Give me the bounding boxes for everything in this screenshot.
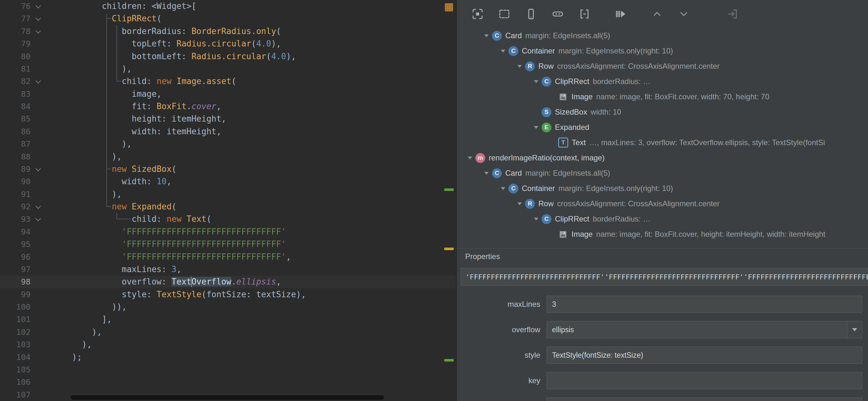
code-line[interactable]: 87 ), [0, 138, 456, 150]
tree-row-text[interactable]: TText…, maxLines: 3, overflow: TextOverf… [457, 135, 868, 150]
line-number[interactable]: 81 [0, 63, 31, 75]
tree-row-card[interactable]: CCardmargin: EdgeInsets.all(5) [457, 28, 868, 43]
line-number[interactable]: 94 [0, 226, 31, 238]
expand-arrow-icon[interactable] [531, 80, 541, 83]
source-range-button[interactable] [575, 5, 594, 23]
line-number[interactable]: 104 [0, 351, 31, 364]
code-line[interactable]: 100 )), [0, 301, 456, 313]
partial-input[interactable] [547, 398, 862, 401]
code-line[interactable]: 79 topLeft: Radius.circular(4.0), [0, 37, 456, 50]
tree-row-sizedbox[interactable]: SSizedBoxwidth: 10 [457, 104, 868, 120]
line-number[interactable]: 76 [0, 0, 31, 12]
line-number[interactable]: 79 [0, 37, 31, 50]
stripe-mark[interactable] [444, 248, 454, 250]
tree-row-container[interactable]: CContainermargin: EdgeInsets.only(right:… [457, 181, 868, 196]
line-number[interactable]: 105 [0, 364, 31, 376]
code-line[interactable]: 104); [0, 351, 456, 364]
line-number[interactable]: 88 [0, 151, 31, 163]
code-line[interactable]: 95 'FFFFFFFFFFFFFFFFFFFFFFFFFFFFFFF' [0, 238, 456, 250]
line-number[interactable]: 83 [0, 88, 31, 100]
slow-animations-button[interactable] [549, 5, 567, 23]
tree-row-expanded[interactable]: EExpanded [457, 120, 868, 135]
tree-row-cliprrect[interactable]: CClipRRectborderRadius: … [457, 74, 868, 89]
code-line[interactable]: 78 borderRadius: BorderRadius.only( [0, 25, 456, 37]
code-line[interactable]: 103 ), [0, 338, 456, 351]
line-number[interactable]: 95 [0, 238, 31, 250]
phone-button[interactable] [522, 5, 540, 23]
code-line[interactable]: 91 ), [0, 188, 456, 201]
tree-row-cliprrect[interactable]: CClipRRectborderRadius: … [457, 211, 868, 226]
fold-chevron-icon[interactable] [31, 12, 72, 25]
line-number[interactable]: 90 [0, 175, 31, 188]
expand-arrow-icon[interactable] [514, 203, 525, 205]
expand-arrow-icon[interactable] [514, 65, 525, 68]
line-number[interactable]: 87 [0, 138, 31, 150]
line-number[interactable]: 96 [0, 251, 31, 263]
code-line[interactable]: 85 height: itemHeight, [0, 113, 456, 125]
line-number[interactable]: 89 [0, 163, 31, 175]
expand-arrow-icon[interactable] [498, 50, 508, 53]
code-line[interactable]: 92 new Expanded( [0, 201, 456, 213]
code-line[interactable]: 83 image, [0, 88, 456, 100]
expand-arrow-icon[interactable] [465, 157, 475, 159]
stripe-mark[interactable] [444, 188, 454, 191]
tree-row-image[interactable]: Imagename: image, fit: BoxFit.cover, wid… [457, 89, 868, 104]
line-number[interactable]: 99 [0, 288, 31, 301]
fold-chevron-icon[interactable] [31, 75, 72, 88]
performance-overlay-button[interactable] [612, 5, 630, 23]
expand-arrow-icon[interactable] [481, 34, 492, 37]
tree-row-row[interactable]: RRowcrossAxisAlignment: CrossAxisAlignme… [457, 196, 868, 211]
fold-chevron-icon[interactable] [31, 163, 72, 175]
line-number[interactable]: 80 [0, 50, 31, 63]
line-number[interactable]: 97 [0, 263, 31, 276]
code-line[interactable]: 93 child: new Text( [0, 213, 456, 225]
code-line[interactable]: 84 fit: BoxFit.cover, [0, 100, 456, 113]
code-line[interactable]: 105 [0, 364, 456, 376]
code-line[interactable]: 89 new SizedBox( [0, 163, 456, 175]
line-number[interactable]: 106 [0, 376, 31, 388]
code-line[interactable]: 98 overflow: TextOverflow.ellipsis, [0, 276, 456, 288]
tree-row-image[interactable]: Imagename: image, fit: BoxFit.cover, hei… [457, 226, 868, 242]
line-number[interactable]: 86 [0, 125, 31, 138]
fold-chevron-icon[interactable] [31, 0, 72, 12]
device-preview-button[interactable] [495, 5, 514, 23]
line-number[interactable]: 100 [0, 301, 31, 313]
tree-row-card[interactable]: CCardmargin: EdgeInsets.all(5) [457, 165, 868, 181]
expand-arrow-icon[interactable] [531, 218, 541, 220]
code-line[interactable]: 77 ClipRRect( [0, 12, 456, 25]
maxlines-input[interactable]: 3 [547, 296, 862, 313]
code-line[interactable]: 88 ), [0, 151, 456, 163]
overflow-combo-arrow-icon[interactable] [847, 321, 862, 338]
stripe-mark[interactable] [445, 3, 453, 11]
stripe-mark[interactable] [444, 359, 454, 362]
line-number[interactable]: 91 [0, 188, 31, 201]
code-line[interactable]: 81 ), [0, 63, 456, 75]
code-line[interactable]: 99 style: TextStyle(fontSize: textSize), [0, 288, 456, 301]
select-widget-mode-button[interactable] [468, 5, 487, 23]
code-line[interactable]: 90 width: 10, [0, 175, 456, 188]
style-input[interactable]: TextStyle(fontSize: textSize) [547, 346, 862, 364]
tree-row-renderimageratio-context-image[interactable]: mrenderImageRatio(context, image) [457, 150, 868, 165]
code-line[interactable]: 102 ), [0, 326, 456, 338]
code-line[interactable]: 94 'FFFFFFFFFFFFFFFFFFFFFFFFFFFFFFF' [0, 226, 456, 238]
line-number[interactable]: 93 [0, 213, 31, 225]
editor-error-stripe[interactable] [442, 0, 456, 401]
property-strings-row[interactable]: 'FFFFFFFFFFFFFFFFFFFFFFFFFFFFFFF''FFFFFF… [461, 268, 868, 286]
code-editor[interactable]: 76 children: <Widget>[77 ClipRRect(78 bo… [0, 0, 456, 401]
code-line[interactable]: 80 bottomLeft: Radius.circular(4.0), [0, 50, 456, 63]
overflow-input[interactable]: ellipsis [547, 321, 862, 338]
tree-row-row[interactable]: RRowcrossAxisAlignment: CrossAxisAlignme… [457, 59, 868, 74]
expand-arrow-icon[interactable] [498, 187, 508, 190]
line-number[interactable]: 107 [0, 389, 31, 401]
code-line[interactable]: 106 [0, 376, 456, 388]
line-number[interactable]: 84 [0, 100, 31, 113]
line-number[interactable]: 78 [0, 25, 31, 37]
code-line[interactable]: 82 child: new Image.asset( [0, 75, 456, 88]
line-number[interactable]: 85 [0, 113, 31, 125]
code-line[interactable]: 96 'FFFFFFFFFFFFFFFFFFFFFFFFFFFFFFF', [0, 251, 456, 263]
line-number[interactable]: 102 [0, 326, 31, 338]
fold-chevron-icon[interactable] [31, 201, 72, 213]
code-line[interactable]: 86 width: itemHeight, [0, 125, 456, 138]
scroll-up-button[interactable] [648, 5, 666, 23]
line-number[interactable]: 77 [0, 12, 31, 25]
